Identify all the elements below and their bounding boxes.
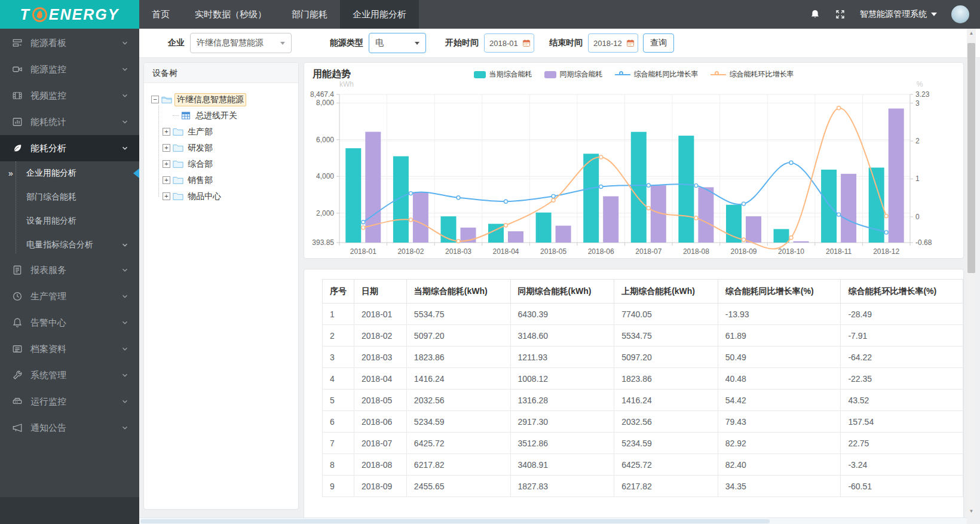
tree-node-label[interactable]: 销售部 [186,174,215,186]
user-avatar[interactable] [951,5,969,23]
tree-node[interactable]: + 销售部 [155,172,295,188]
table-cell: 7740.05 [614,304,718,325]
sidebar-item[interactable]: 生产管理 [0,283,139,310]
table-row[interactable]: 22018-025097.203148.605534.7561.89-7.91 [323,325,963,347]
tree-node-label[interactable]: 研发部 [186,142,215,154]
tree-node-label[interactable]: 综合部 [186,158,215,170]
sidebar-item[interactable]: 运行监控 [0,388,139,415]
horizontal-scrollbar[interactable] [139,517,967,524]
table-row[interactable]: 42018-041416.241008.121823.8640.48-22.35 [323,368,963,390]
device-tree-panel: 设备树 − 许继信息智慧能源 总进线开关 + [143,62,299,510]
table-cell: 2018-03 [354,347,407,368]
tree-node[interactable]: 总进线开关 [155,108,295,124]
sidebar-item[interactable]: 档案资料 [0,336,139,362]
expand-icon[interactable]: + [163,160,170,168]
table-cell: 5234.59 [406,411,510,433]
fullscreen-icon[interactable] [835,9,846,20]
horizontal-scrollbar-thumb[interactable] [140,519,770,523]
table-row[interactable]: 32018-031823.861211.935097.2050.49-64.22 [323,347,963,368]
svg-text:2: 2 [915,137,920,145]
collapse-icon[interactable]: − [151,96,159,103]
system-title[interactable]: 智慧能源管理系统 [860,9,937,20]
table-row[interactable]: 82018-086217.823408.916425.7282.40-3.24 [323,454,963,476]
chart-legend: 当期综合能耗同期综合能耗综合能耗同比增长率综合能耗环比增长率 [304,69,963,79]
svg-text:2018-09: 2018-09 [730,247,757,256]
table-cell: 2 [323,325,354,347]
tree-node[interactable]: + 物品中心 [155,188,295,204]
tree-node[interactable]: + 研发部 [155,140,295,156]
energy-trend-chart[interactable]: 393.852,0004,0006,0008,0008,467.4-0.6801… [304,79,963,258]
table-column-header: 同期综合能耗(kWh) [510,280,614,304]
tree-node-root[interactable]: − 许继信息智慧能源 [151,91,295,108]
sidebar-item[interactable]: 告警中心 [0,310,139,336]
expand-icon[interactable]: + [163,192,170,200]
tree-node[interactable]: + 生产部 [155,124,295,140]
sidebar-item[interactable]: 能源监控 [0,56,139,82]
sidebar-subitem[interactable]: 部门综合能耗 [0,185,139,209]
expand-icon[interactable]: + [163,144,170,152]
legend-bar-swatch [544,71,556,78]
tree-node-label[interactable]: 生产部 [186,126,215,138]
bar-stats-icon [12,117,23,127]
query-button[interactable]: 查询 [643,33,674,53]
camera-icon [12,64,23,75]
sidebar-subitem[interactable]: »企业用能分析 [0,161,139,185]
sidebar-item[interactable]: 能源看板 [0,30,139,56]
vertical-scrollbar[interactable]: ▲ ▼ [967,29,976,516]
table-cell: 3408.91 [510,454,614,476]
tree-node[interactable]: + 综合部 [155,156,295,172]
nav-tab-dept-energy[interactable]: 部门能耗 [279,0,340,29]
end-date-input[interactable]: 2018-12 [588,33,638,53]
tree-node-label[interactable]: 许继信息智慧能源 [174,93,246,106]
table-row[interactable]: 72018-076425.723512.865234.5982.9222.75 [323,433,963,454]
tree-node-label[interactable]: 总进线开关 [194,110,239,122]
legend-item[interactable]: 同期综合能耗 [544,69,603,79]
scroll-down-icon[interactable]: ▼ [967,507,976,516]
sidebar-item[interactable]: 报表服务 [0,257,139,283]
table-row[interactable]: 92018-092455.651827.836217.8234.35-60.51 [323,476,963,497]
active-item-marker [133,168,139,178]
sidebar-item[interactable]: 能耗分析 [0,135,139,161]
legend-line-swatch [615,71,630,78]
energy-type-select[interactable]: 电 [369,33,426,53]
flame-at-icon [32,7,47,22]
svg-text:2018-02: 2018-02 [397,247,424,256]
table-cell: 2018-08 [354,454,407,476]
chevron-down-icon [121,241,128,249]
table-cell: 5 [323,390,354,411]
svg-text:3: 3 [915,99,920,108]
table-row[interactable]: 62018-065234.592917.302032.5679.43157.54 [323,411,963,433]
sidebar-item[interactable]: 能耗统计 [0,109,139,135]
expand-icon[interactable]: + [163,128,170,136]
table-cell: 61.89 [718,325,841,347]
scroll-up-icon[interactable]: ▲ [967,29,976,38]
sidebar-subitem[interactable]: 电量指标综合分析 [0,233,139,257]
legend-item[interactable]: 当期综合能耗 [474,69,532,79]
sidebar-subitem[interactable]: 设备用能分析 [0,209,139,233]
vertical-scrollbar-thumb[interactable] [967,43,975,273]
sidebar-subitem-label: 企业用能分析 [26,168,76,179]
start-date-input[interactable]: 2018-01 [484,33,534,53]
bell-icon[interactable] [810,9,820,20]
nav-tab-enterprise-analysis[interactable]: 企业用能分析 [340,0,419,29]
expand-icon[interactable]: + [163,176,170,184]
chevron-down-icon [280,42,285,45]
sidebar-item[interactable]: 系统管理 [0,362,139,388]
table-cell: 82.40 [718,454,841,476]
chevron-down-icon [121,92,128,99]
table-row[interactable]: 52018-052032.561316.281416.2454.4243.52 [323,390,963,411]
legend-item[interactable]: 综合能耗同比增长率 [615,69,699,79]
svg-text:2018-12: 2018-12 [873,247,899,256]
sidebar-item[interactable]: 视频监控 [0,82,139,109]
svg-text:2018-03: 2018-03 [445,247,471,256]
company-select[interactable]: 许继信息智慧能源 [190,33,292,53]
nav-tab-home[interactable]: 首页 [139,0,182,29]
tree-node-label[interactable]: 物品中心 [186,191,223,203]
table-row[interactable]: 12018-015534.756430.397740.05-13.93-28.4… [323,304,963,325]
calendar-icon [522,39,531,47]
chevron-down-icon [121,319,128,326]
legend-item[interactable]: 综合能耗环比增长率 [710,69,794,79]
sidebar-item[interactable]: 通知公告 [0,415,139,441]
app-logo[interactable]: TENERGY [0,0,139,29]
nav-tab-realtime[interactable]: 实时数据（秒级） [182,0,279,29]
